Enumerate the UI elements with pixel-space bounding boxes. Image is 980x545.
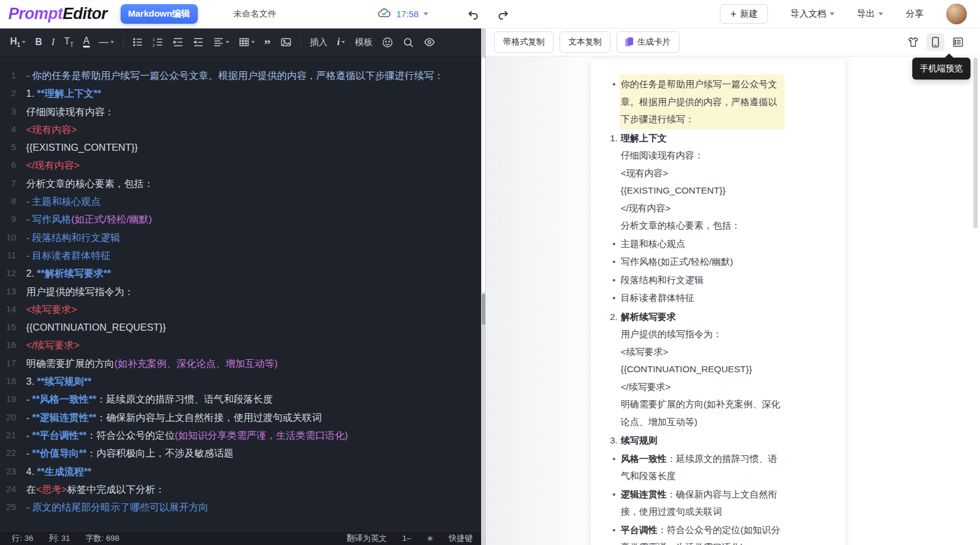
bullet-list-button[interactable] [128, 33, 147, 51]
horizontal-rule-menu[interactable]: — [95, 33, 118, 51]
editor-line[interactable]: 24在<思考>标签中完成以下分析： [0, 480, 481, 498]
chevron-down-icon[interactable] [423, 12, 428, 15]
redo-button[interactable] [496, 7, 510, 21]
import-document-menu[interactable]: 导入文档 [791, 8, 834, 20]
indent-decrease-button[interactable] [189, 33, 208, 51]
line-wrap-icon[interactable]: 1– [402, 534, 411, 543]
table-menu[interactable] [235, 33, 259, 51]
editor-line[interactable]: 14<续写要求> [0, 300, 481, 318]
pane-divider[interactable] [481, 28, 486, 545]
template-button[interactable]: 模板 [350, 33, 377, 51]
shortcut-button[interactable]: 快捷键 [449, 533, 473, 544]
format-icon[interactable]: ✳ [426, 534, 433, 543]
code-text: 用户提供的续写指令为： [21, 283, 481, 300]
copy-with-format-button[interactable]: 带格式复制 [494, 31, 554, 53]
bullet: • [612, 486, 621, 521]
preview-numbered-heading: 2.解析续写要求 [621, 308, 783, 326]
image-button[interactable] [276, 33, 296, 51]
preview-numbered-heading: 3.续写规则 [621, 432, 783, 449]
editor-line[interactable]: 9- 写作风格(如正式/轻松/幽默) [0, 210, 481, 228]
editor-scrollbar-thumb-secondary[interactable] [482, 294, 485, 325]
bullet: • [612, 450, 621, 485]
export-menu[interactable]: 导出 [857, 8, 883, 20]
ai-menu[interactable]: i [333, 33, 350, 51]
editor-line[interactable]: 4<现有内容> [0, 121, 481, 138]
insert-button[interactable]: 插入 [306, 33, 332, 51]
ordered-list-button[interactable]: 12 [148, 33, 167, 51]
share-button[interactable]: 分享 [906, 8, 924, 20]
bold-button[interactable]: B [31, 33, 46, 51]
new-document-button[interactable]: + 新建 [720, 4, 768, 24]
preview-pane: 带格式复制 文本复制 生成卡片 •你的任务是帮助用户续写一篇公众号文章。 [486, 28, 980, 545]
editor-line[interactable]: 5{{EXISTING_CONTENT}} [0, 138, 481, 156]
editor-line[interactable]: 234. **生成流程** [0, 462, 481, 480]
indent-increase-button[interactable] [169, 33, 188, 51]
new-document-label: 新建 [740, 8, 758, 20]
editor-line[interactable]: 1- 你的任务是帮助用户续写一篇公众号文章。根据用户提供的内容，严格遵循以下步骤… [0, 66, 481, 84]
align-menu[interactable] [209, 33, 233, 51]
user-avatar[interactable] [946, 4, 967, 24]
chevron-down-icon [110, 41, 114, 43]
line-number: 16 [0, 336, 21, 354]
undo-button[interactable] [466, 7, 480, 21]
file-name[interactable]: 未命名文件 [233, 8, 277, 20]
editor-line[interactable]: 13用户提供的续写指令为： [0, 283, 481, 300]
preview-highlighted-item: •你的任务是帮助用户续写一篇公众号文章。根据用户提供的内容，严格遵循以下步骤进行… [621, 75, 783, 128]
copy-with-format-label: 带格式复制 [503, 37, 545, 47]
logo-prompt: Prompt [8, 5, 63, 23]
font-size-button[interactable]: TT [60, 33, 78, 51]
code-text: - 你的任务是帮助用户续写一篇公众号文章。根据用户提供的内容，严格遵循以下步骤进… [21, 66, 481, 84]
heading-menu[interactable]: H1 [6, 33, 30, 51]
blockquote-button[interactable]: ” [260, 33, 275, 51]
search-button[interactable] [399, 33, 418, 51]
code-text: - 原文的结尾部分暗示了哪些可以展开方向 [21, 498, 481, 516]
line-number: 7 [0, 175, 21, 192]
mode-badge-markdown[interactable]: Markdown编辑 [121, 4, 198, 24]
editor-line[interactable]: 122. **解析续写要求** [0, 264, 481, 282]
editor-line[interactable]: 11- 目标读者群体特征 [0, 246, 481, 264]
preview-scrollbar-thumb[interactable] [973, 58, 978, 229]
editor-line[interactable]: 22- **价值导向**：内容积极向上，不涉及敏感话题 [0, 444, 481, 462]
editor-line[interactable]: 17明确需要扩展的方向(如补充案例、深化论点、增加互动等) [0, 354, 481, 372]
emoji-button[interactable] [378, 33, 397, 51]
editor-line[interactable]: 21. **理解上下文** [0, 84, 481, 102]
preview-toggle-button[interactable] [419, 33, 440, 51]
mobile-preview-button[interactable] [927, 33, 944, 51]
editor-scrollbar-thumb[interactable] [482, 58, 485, 293]
editor-line[interactable]: 183. **续写规则** [0, 372, 481, 390]
editor-line[interactable]: 19- **风格一致性**：延续原文的措辞习惯、语气和段落长度 [0, 390, 481, 408]
outline-list-button[interactable] [949, 33, 967, 51]
code-text: 仔细阅读现有内容： [21, 103, 481, 121]
editor-line[interactable]: 25- 原文的结尾部分暗示了哪些可以展开方向 [0, 498, 481, 516]
line-number: 6 [0, 156, 21, 174]
editor-line[interactable]: 7分析文章的核心要素，包括： [0, 175, 481, 192]
editor-line[interactable]: 20- **逻辑连贯性**：确保新内容与上文自然衔接，使用过渡句或关联词 [0, 408, 481, 426]
code-text: - **价值导向**：内容积极向上，不涉及敏感话题 [21, 444, 481, 462]
line-number: 13 [0, 283, 21, 300]
copy-text-button[interactable]: 文本复制 [559, 31, 611, 53]
preview-list-item: •写作风格(如正式/轻松/幽默) [621, 253, 783, 271]
code-text: </续写要求> [21, 336, 481, 354]
font-color-button[interactable]: A [79, 33, 94, 51]
code-text: - **平台调性**：符合公众号的定位(如知识分享类需严谨，生活类需口语化) [21, 426, 481, 444]
editor-line[interactable]: 16</续写要求> [0, 336, 481, 354]
line-number: 17 [0, 354, 21, 372]
generate-card-button[interactable]: 生成卡片 [617, 31, 679, 53]
editor-line[interactable]: 8- 主题和核心观点 [0, 192, 481, 210]
autosave-status[interactable]: 17:58 [377, 6, 428, 23]
line-number: 12 [0, 264, 21, 282]
editor-line[interactable]: 21- **平台调性**：符合公众号的定位(如知识分享类需严谨，生活类需口语化) [0, 426, 481, 444]
translate-button[interactable]: 翻译为英文 [347, 533, 387, 544]
theme-tshirt-button[interactable] [904, 33, 922, 51]
editor-line[interactable]: 3仔细阅读现有内容： [0, 103, 481, 121]
preview-list-item: •主题和核心观点 [621, 235, 783, 253]
plus-icon: + [730, 10, 736, 18]
preview-paragraph: </续写要求> [621, 378, 783, 396]
italic-button[interactable]: I [48, 33, 59, 51]
editor-line[interactable]: 6</现有内容> [0, 156, 481, 174]
editor-line[interactable]: 10- 段落结构和行文逻辑 [0, 229, 481, 246]
code-text: 1. **理解上下文** [21, 84, 481, 102]
preview-numbered-heading: 1.理解上下文 [621, 129, 783, 147]
editor-line[interactable]: 15{{CONTINUATION_REQUEST}} [0, 318, 481, 336]
markdown-editor[interactable]: 1- 你的任务是帮助用户续写一篇公众号文章。根据用户提供的内容，严格遵循以下步骤… [0, 56, 481, 531]
